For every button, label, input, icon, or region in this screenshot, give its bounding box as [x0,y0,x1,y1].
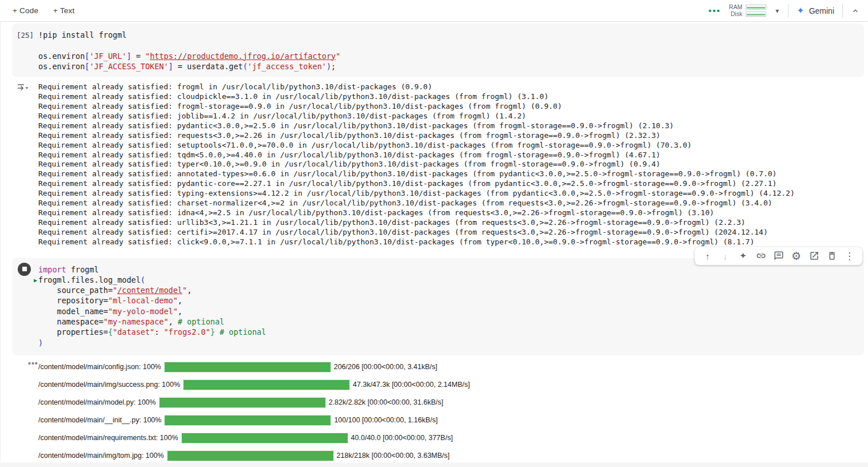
connection-options-icon[interactable]: ••• [708,6,721,15]
notebook-toolbar: + Code + Text ••• RAM Disk ▾ ✦ Gemini [0,0,868,22]
resource-meter[interactable]: RAM Disk [729,4,766,17]
resources-dropdown-icon[interactable]: ▾ [774,7,780,15]
code-token: " [113,286,117,295]
code-token: , [169,317,178,326]
file-path-label: /content/model/main/model.py: 100% [38,398,156,406]
settings-gear-icon[interactable]: ⚙ [788,248,805,264]
output-line: Requirement already satisfied: annotated… [38,169,864,179]
progress-bar [183,379,350,390]
code-token: ] [126,52,131,61]
progress-row: /content/model/main/__init__.py: 100%100… [38,415,864,426]
add-code-button[interactable]: + Code [13,6,38,15]
collapse-header-icon[interactable] [851,6,860,15]
code-line: os.environ['JF_ACCESS_TOKEN'] = userdata… [38,61,859,72]
code-token: source_path= [38,286,113,295]
code-token: os.environ [38,52,85,61]
copy-link-icon[interactable] [752,248,769,264]
code-token: # optional [220,327,266,337]
notebook-content: ✓ 4s [25] !pip install frogml os.environ… [0,22,868,461]
code-token: 'jf_access_token' [248,62,327,71]
add-cell-buttons: + Code + Text [13,6,74,15]
mirror-cell-icon[interactable] [806,248,822,264]
ram-label: RAM [729,4,742,10]
code-line: import frogml [38,264,859,275]
bottom-strip [0,462,868,467]
add-text-button[interactable]: + Text [53,6,74,15]
code-token: "my-namespace" [103,317,169,326]
move-cell-up-icon[interactable]: ↑ [699,248,716,264]
output-line: Requirement already satisfied: joblib==1… [38,112,864,121]
execution-count[interactable]: [25] [17,31,34,39]
file-path-label: /content/model/main/requirements.txt: 10… [38,434,178,442]
code-token: = [132,52,145,61]
progress-row: /content/model/main/model.py: 100%2.82k/… [38,397,864,408]
progress-row: /content/model/main/img/success.png: 100… [38,379,864,390]
code-token: # optional [178,317,224,326]
code-line: ) [38,338,859,348]
toolbar-right-cluster: ••• RAM Disk ▾ ✦ Gemini [708,4,860,18]
output-line: Requirement already satisfied: urllib3<3… [38,218,864,228]
code-line: repository="ml-local-demo", [38,295,859,306]
code-token: "ml-local-demo" [108,296,178,305]
file-path-label: /content/model/main/config.json: 100% [38,363,161,371]
progress-bar [164,362,331,373]
code-token: import [38,265,66,274]
gemini-button[interactable]: ✦ Gemini [797,5,834,16]
code-token: , [178,307,182,316]
transfer-stats: 206/206 [00:00<00:00, 3.41kB/s] [334,363,437,371]
more-vert-icon[interactable]: ⋮ [841,248,858,264]
code-token: : [154,327,164,337]
output-line: Requirement already satisfied: cloudpick… [38,92,864,102]
code-token: "my-yolo-model" [108,307,178,316]
cell-1-gutter: [25] [12,23,38,77]
progress-bar [167,450,334,461]
cell-2-code-editor[interactable]: import frogml▶frogml.files.log_model( so… [38,258,864,353]
pip-output-log: Requirement already satisfied: frogml in… [38,82,864,247]
output-line: Requirement already satisfied: frogml-st… [38,102,864,112]
code-line: source_path="/content/model", [38,285,859,295]
cell-2-output: ••• /content/model/main/config.json: 100… [12,355,864,461]
code-link[interactable]: /content/model [117,286,182,295]
output-line: Requirement already satisfied: setuptool… [38,141,864,151]
output-actions-icon[interactable] [17,84,30,94]
output-line: Requirement already satisfied: typing-ex… [38,189,864,199]
code-token: ] [169,62,173,71]
upload-progress-list: /content/model/main/config.json: 100%206… [38,362,864,461]
output-line: Requirement already satisfied: idna<4,>=… [38,208,864,218]
code-token: " [182,286,187,295]
code-token: !pip install frogml [38,30,126,39]
progress-bar-fill [165,362,331,372]
cell-toolbar: ↑ ↓ ✦ ⚙ ⋮ [695,247,862,265]
progress-bar-fill [182,433,348,443]
move-cell-down-icon[interactable]: ↓ [717,248,734,264]
transfer-stats: 2.82k/2.82k [00:00<00:00, 31.6kB/s] [329,398,444,406]
stop-execution-button[interactable] [18,263,31,276]
disk-label: Disk [731,11,742,17]
gemini-label: Gemini [809,6,834,15]
code-link[interactable]: https://productdemo.jfrog.io/artifactory [150,52,336,61]
code-token: , [187,286,192,295]
resource-bars [746,5,766,17]
code-token: namespace= [38,317,103,326]
code-token: ( [141,275,145,284]
gemini-cell-icon[interactable]: ✦ [735,248,751,264]
output-more-icon[interactable]: ••• [28,359,38,368]
resource-labels: RAM Disk [729,4,742,17]
disk-usage-meter [746,11,766,17]
code-token: } [210,327,215,337]
file-path-label: /content/model/main/img/tom.jpg: 100% [38,452,164,460]
toolbar-divider [788,4,789,18]
code-line: namespace="my-namespace", # optional [38,316,859,327]
code-token: "frogs2.0" [164,327,210,337]
transfer-stats: 47.3k/47.3k [00:00<00:00, 2.14MB/s] [353,381,470,389]
cell-1-code-editor[interactable]: !pip install frogml os.environ['JF_URL']… [38,23,864,77]
code-token: { [108,327,113,337]
code-token: , [178,296,182,305]
comment-icon[interactable] [770,248,787,264]
code-cell-1: ✓ 4s [25] !pip install frogml os.environ… [12,23,864,77]
code-token: ( [243,62,248,71]
code-token: ; [331,62,336,71]
progress-row: /content/model/main/requirements.txt: 10… [38,433,864,444]
code-token: repository= [38,296,108,305]
delete-cell-icon[interactable] [823,248,840,264]
